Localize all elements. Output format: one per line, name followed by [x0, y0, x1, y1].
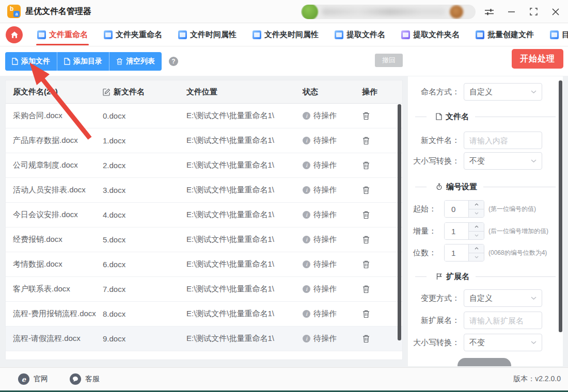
flag-icon: [436, 273, 443, 280]
increment-input[interactable]: [445, 223, 468, 239]
user-account-blurred[interactable]: [301, 5, 476, 19]
naming-mode-select[interactable]: 自定义: [464, 83, 542, 101]
settings-sliders-icon[interactable]: [484, 7, 494, 17]
tab-list: 文件重命名 文件夹重命名 文件时间属性 文件夹时间属性 提取文件名 提取文件夹名…: [37, 23, 568, 46]
add-file-button[interactable]: 添加文件: [5, 52, 57, 71]
step-down-button[interactable]: [469, 209, 484, 218]
panel-scrollbar[interactable]: [559, 80, 562, 332]
minimize-button[interactable]: [506, 7, 516, 17]
naming-mode-label: 命名方式：: [408, 87, 460, 97]
delete-row-button[interactable]: [362, 334, 370, 343]
delete-row-button[interactable]: [362, 235, 370, 244]
tab-item[interactable]: 文件夹重命名: [104, 23, 162, 46]
table-row[interactable]: i: [6, 351, 402, 360]
cell-status: i 待操作: [298, 185, 358, 195]
support-link[interactable]: 客服: [70, 373, 100, 385]
digits-input[interactable]: [445, 244, 468, 261]
cell-status: i 待操作: [298, 111, 358, 121]
step-up-button[interactable]: [469, 223, 484, 232]
step-down-button[interactable]: [469, 232, 484, 240]
tab-item[interactable]: 文件重命名: [37, 23, 88, 46]
filename-case-select[interactable]: 不变: [464, 152, 542, 170]
clear-list-button[interactable]: 清空列表: [109, 52, 162, 71]
delete-row-button[interactable]: [362, 210, 370, 219]
table-row[interactable]: 今日会议安排.docx 4.docx E:\测试文件\批量重命名1\ i 待操作: [6, 203, 402, 227]
trash-icon: [116, 58, 123, 65]
cell-action: [358, 161, 402, 170]
table-row[interactable]: 公司规章制度.docx 2.docx E:\测试文件\批量重命名1\ i 待操作: [6, 153, 402, 178]
help-icon[interactable]: ?: [169, 57, 178, 66]
cell-action: [358, 260, 402, 269]
tab-label: 批量创建文件: [487, 30, 534, 40]
table-row[interactable]: 采购合同.docx 0.docx E:\测试文件\批量重命名1\ i 待操作: [6, 104, 402, 128]
new-filename-input[interactable]: [464, 132, 542, 149]
browser-e-icon: e: [18, 373, 29, 385]
window-controls: [484, 0, 561, 23]
table-row[interactable]: 产品库存数据.docx 1.docx E:\测试文件\批量重命名1\ i 待操作: [6, 128, 402, 153]
step-up-button[interactable]: [469, 244, 484, 253]
tab-item[interactable]: 文件夹时间属性: [253, 23, 319, 46]
cell-status: i 待操作: [298, 136, 358, 145]
cell-original-name: 公司规章制度.docx: [6, 160, 99, 170]
close-button[interactable]: [550, 7, 561, 17]
info-icon: i: [303, 310, 310, 318]
maximize-button[interactable]: [528, 7, 539, 17]
step-down-button[interactable]: [469, 253, 484, 262]
cell-action: [358, 136, 402, 145]
table-row[interactable]: 流程-请假流程.docx 9.docx E:\测试文件\批量重命名1\ i 待操…: [6, 326, 402, 351]
partially-visible-button[interactable]: [457, 358, 511, 366]
info-icon: i: [303, 186, 310, 194]
new-extension-input[interactable]: [464, 312, 542, 329]
tab-item[interactable]: 目录文件合并/提取: [550, 23, 568, 46]
cell-new-name: 8.docx: [99, 309, 182, 318]
extension-case-value: 不变: [469, 338, 485, 348]
add-directory-button[interactable]: 添加目录: [57, 52, 109, 71]
start-number-hint: (第一位编号的值): [488, 205, 536, 214]
tab-item[interactable]: 文件时间属性: [178, 23, 236, 46]
table-row[interactable]: 流程-费用报销流程.docx 8.docx E:\测试文件\批量重命名1\ i …: [6, 302, 402, 326]
tab-icon: [178, 30, 187, 39]
table-row[interactable]: 客户联系表.docx 7.docx E:\测试文件\批量重命名1\ i 待操作: [6, 277, 402, 302]
table-row[interactable]: 经费报销.docx 5.docx E:\测试文件\批量重命名1\ i 待操作: [6, 227, 402, 252]
trash-icon: [362, 285, 370, 293]
table-row[interactable]: 考情数据.docx 6.docx E:\测试文件\批量重命名1\ i 待操作: [6, 252, 402, 277]
filename-case-value: 不变: [469, 156, 485, 166]
document-icon: [436, 113, 442, 120]
divider-line: [483, 187, 556, 187]
extension-case-select[interactable]: 不变: [464, 334, 542, 351]
delete-row-button[interactable]: [362, 285, 370, 293]
delete-row-button[interactable]: [362, 111, 370, 120]
table-scrollbar[interactable]: [398, 104, 401, 340]
delete-row-button[interactable]: [362, 186, 370, 194]
naming-mode-value: 自定义: [469, 87, 493, 97]
delete-row-button[interactable]: [362, 136, 370, 145]
increment-label: 增量：: [408, 226, 436, 236]
trash-icon: [362, 235, 370, 244]
official-site-link[interactable]: e 官网: [18, 373, 48, 385]
start-process-button[interactable]: 开始处理: [512, 49, 563, 69]
table-row[interactable]: 活动人员安排表.docx 3.docx E:\测试文件\批量重命名1\ i 待操…: [6, 178, 402, 203]
delete-row-button[interactable]: [362, 309, 370, 318]
status-label: 待操作: [313, 185, 337, 195]
numbering-section-header: 编号设置: [408, 179, 563, 194]
undo-button[interactable]: 撤回: [375, 54, 403, 67]
cell-location: E:\测试文件\批量重命名1\: [182, 185, 298, 195]
home-button[interactable]: [6, 26, 23, 43]
chevron-down-icon: [475, 212, 479, 215]
tab-item[interactable]: 提取文件名: [335, 23, 385, 46]
delete-row-button[interactable]: [362, 161, 370, 170]
cell-new-name: 2.docx: [99, 161, 182, 170]
trash-icon: [362, 210, 370, 219]
step-up-button[interactable]: [469, 201, 484, 209]
start-number-input[interactable]: [445, 201, 468, 217]
tab-item[interactable]: 批量创建文件: [476, 23, 534, 46]
change-mode-select[interactable]: 自定义: [464, 289, 542, 307]
file-table: 原文件名(20) 新文件名 文件位置 状态 操作 采购合同.docx 0.doc…: [5, 80, 403, 360]
cell-status: i 待操作: [298, 309, 358, 319]
chevron-down-icon: [531, 159, 537, 162]
trash-icon: [362, 111, 370, 120]
delete-row-button[interactable]: [362, 260, 370, 269]
tab-item[interactable]: 提取文件夹名: [401, 23, 460, 46]
delete-row-button[interactable]: [362, 359, 370, 360]
info-icon: i: [303, 236, 310, 243]
